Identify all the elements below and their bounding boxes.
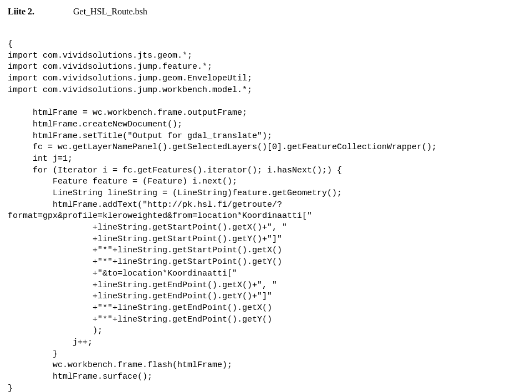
filename: Get_HSL_Route.bsh — [73, 6, 147, 18]
appendix-label: Liite 2. — [8, 6, 34, 18]
document-header: Liite 2. Get_HSL_Route.bsh — [8, 6, 524, 18]
code-listing: { import com.vividsolutions.jts.geom.*; … — [8, 39, 524, 392]
